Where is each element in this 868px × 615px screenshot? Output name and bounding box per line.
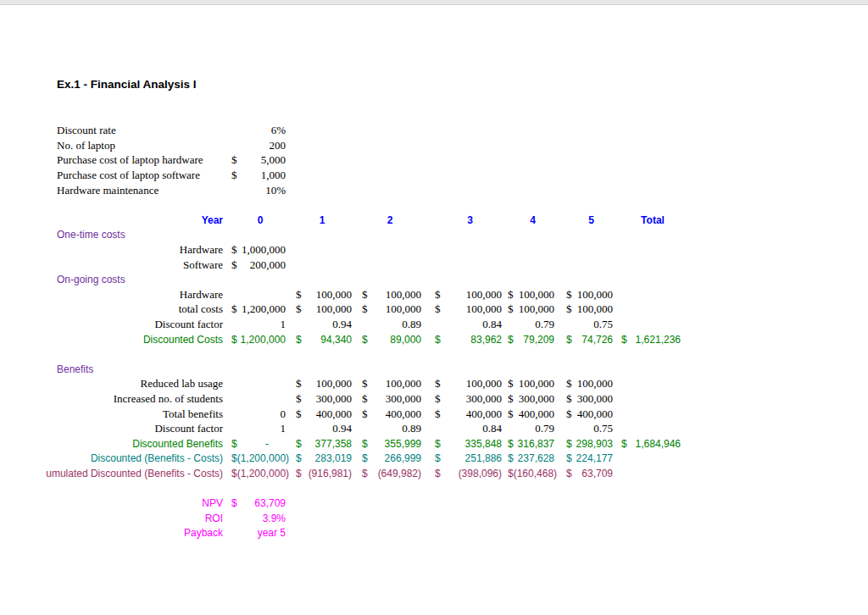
parameter-amount: 10% <box>265 184 286 197</box>
cell-value: 100,000 <box>368 288 422 302</box>
parameter-label: Discount rate <box>57 124 226 137</box>
currency-symbol: $ <box>566 334 572 346</box>
table-row: Reduced lab usage$100,000$100,000$100,00… <box>0 377 684 392</box>
currency-symbol: $ <box>621 334 627 346</box>
cell-value: 298,903 <box>572 438 613 450</box>
cell-value: 0 <box>231 407 286 421</box>
parameters-block: Discount rate6%No. of laptop200Purchase … <box>57 123 289 197</box>
section-row: On-going costs <box>0 272 684 287</box>
table-row: Discounted Benefits$- $377,358$355,999$3… <box>0 436 684 452</box>
cell-year-2: $266,999 <box>355 452 425 464</box>
cell-value: 94,340 <box>302 334 352 346</box>
parameter-label: Purchase cost of laptop hardware <box>57 153 226 167</box>
currency-symbol: $ <box>296 334 302 346</box>
cell-value: 283,019 <box>302 452 352 464</box>
currency-symbol: $ <box>435 452 441 464</box>
currency-symbol: $ <box>508 468 514 479</box>
currency-symbol: $ <box>296 452 302 464</box>
cell-value: 400,000 <box>441 407 503 421</box>
cell-year-1: 0.94 <box>289 422 355 435</box>
row-label: Discounted Costs <box>0 334 223 346</box>
section-row: One-time costs <box>0 228 684 243</box>
cell-year-4: $237,628 <box>505 452 558 464</box>
cell-year-0: 1 <box>223 422 289 435</box>
parameter-value: $1,000 <box>226 169 289 182</box>
cell-value: 0.89 <box>362 422 421 435</box>
cell-value: 100,000 <box>572 302 614 316</box>
cell-value: 1 <box>231 318 286 331</box>
table-row: Paybackyear 5 <box>0 525 684 540</box>
cell-total: $1,684,946 <box>616 438 684 450</box>
currency-symbol: $ <box>231 468 237 479</box>
cell-value: 1,200,000 <box>237 302 287 316</box>
cell-value: (1,200,000) <box>237 468 289 479</box>
row-label: Total benefits <box>0 407 223 421</box>
column-header-3: 3 <box>425 214 505 226</box>
cell-year-1: 0.94 <box>289 318 355 331</box>
currency-symbol: $ <box>362 438 368 450</box>
currency-symbol: $ <box>362 452 368 464</box>
cell-value: 79,209 <box>514 334 554 346</box>
cell-year-5: $74,726 <box>558 334 616 346</box>
column-header-2: 2 <box>355 214 425 226</box>
cell-year-0: 0 <box>223 407 289 421</box>
row-label: Reduced lab usage <box>0 377 223 391</box>
cell-year-0: $1,200,000 <box>223 302 289 316</box>
financial-table: Year012345TotalOne-time costsHardware$1,… <box>0 213 684 540</box>
cell-year-2: $89,000 <box>355 334 425 346</box>
cell-year-3: $(398,096) <box>425 468 505 479</box>
cell-value: 300,000 <box>302 392 353 406</box>
table-row: Discount factor10.940.890.840.790.75 <box>0 421 684 436</box>
cell-year-2: $300,000 <box>355 392 425 406</box>
cell-value: 237,628 <box>514 452 554 464</box>
currency-symbol: $ <box>435 438 441 450</box>
cell-value: 100,000 <box>441 288 503 302</box>
table-row: total costs$1,200,000$100,000$100,000$10… <box>0 302 684 318</box>
cell-value: 224,177 <box>572 452 613 464</box>
currency-symbol: $ <box>508 438 514 450</box>
cell-value: 3.9% <box>231 512 286 524</box>
cell-value: 100,000 <box>441 377 503 391</box>
currency-symbol: $ <box>435 334 441 346</box>
cell-value: (160,468) <box>514 468 557 479</box>
window-top-bar <box>0 0 868 5</box>
cell-value: 0.75 <box>566 318 613 331</box>
currency-symbol: $ <box>231 153 237 167</box>
cell-value: 100,000 <box>368 302 422 316</box>
cell-year-5: $100,000 <box>558 302 616 316</box>
table-header-row: Year012345Total <box>0 213 684 228</box>
cell-value: 300,000 <box>441 392 503 406</box>
cell-year-1: $300,000 <box>289 392 355 406</box>
cell-year-0: year 5 <box>223 527 289 539</box>
parameter-row: Discount rate6% <box>57 123 289 138</box>
parameter-amount: 5,000 <box>261 153 286 167</box>
cell-year-2: $355,999 <box>355 438 425 450</box>
cell-value: 335,848 <box>441 438 502 450</box>
currency-symbol: $ <box>231 334 237 346</box>
row-label: Discount factor <box>0 318 223 331</box>
cell-year-4: $100,000 <box>505 302 558 316</box>
page-title: Ex.1 - Financial Analysis I <box>57 77 197 92</box>
cell-value: (1,200,000) <box>237 452 289 464</box>
cell-value: 100,000 <box>514 302 555 316</box>
cell-year-2: 0.89 <box>355 422 425 435</box>
section-label: On-going costs <box>0 274 223 285</box>
cell-value: 316,837 <box>514 438 554 450</box>
cell-value: 0.75 <box>566 422 613 435</box>
cell-value: 400,000 <box>302 407 353 421</box>
cell-year-0: $63,709 <box>223 497 289 509</box>
spacer-row <box>0 481 684 496</box>
cell-year-3: $300,000 <box>425 392 505 406</box>
parameter-value: 6% <box>226 124 289 137</box>
cell-year-3: $100,000 <box>425 288 505 302</box>
cell-year-4: $(160,468) <box>505 468 558 479</box>
cell-year-4: $100,000 <box>505 288 558 302</box>
currency-symbol: $ <box>362 334 368 346</box>
spacer-row <box>0 346 684 362</box>
cell-value: 300,000 <box>368 392 422 406</box>
cell-year-4: 0.79 <box>505 422 558 435</box>
currency-symbol: $ <box>296 468 302 479</box>
cell-year-2: $(649,982) <box>355 468 425 479</box>
cell-year-3: $83,962 <box>425 334 505 346</box>
row-label: Discounted (Benefits - Costs) <box>0 452 223 464</box>
